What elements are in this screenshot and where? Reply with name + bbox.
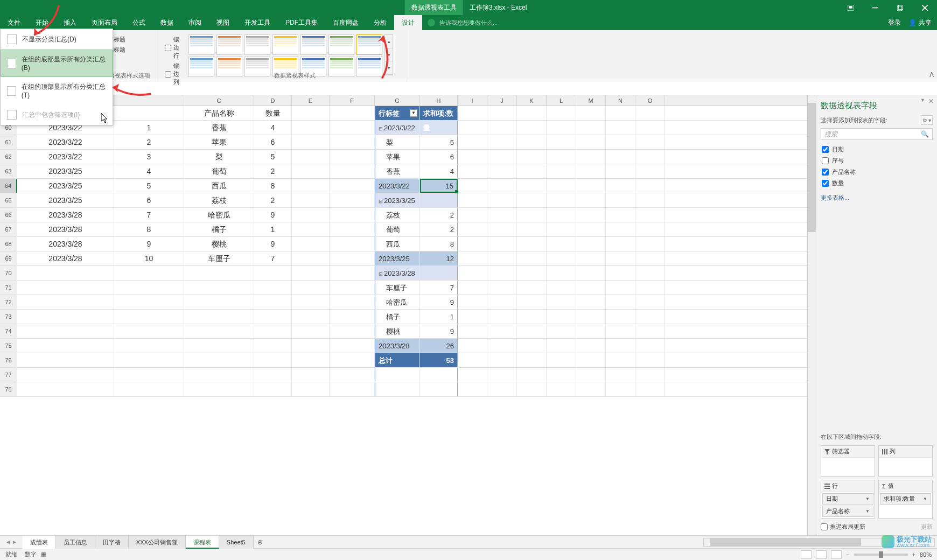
pivot-cell[interactable]: 樱桃 (375, 324, 420, 338)
empty-cell[interactable] (487, 106, 517, 120)
row-header[interactable]: 75 (0, 339, 17, 353)
pivot-cell[interactable]: 西瓜 (375, 237, 420, 251)
empty-cell[interactable] (547, 310, 576, 324)
empty-cell[interactable] (487, 150, 517, 164)
column-header[interactable]: H (420, 95, 458, 106)
sheet-tab-5[interactable]: Sheet5 (219, 536, 254, 549)
empty-cell[interactable] (576, 324, 606, 338)
empty-cell[interactable] (606, 135, 635, 149)
data-cell[interactable]: 产品名称 (184, 106, 254, 120)
empty-cell[interactable] (635, 353, 665, 367)
column-header[interactable]: I (458, 95, 487, 106)
empty-cell[interactable] (292, 222, 330, 236)
empty-cell[interactable] (635, 251, 665, 265)
empty-cell[interactable] (517, 281, 547, 295)
data-cell[interactable]: 梨 (184, 150, 254, 164)
column-header[interactable]: J (487, 95, 517, 106)
empty-cell[interactable] (458, 310, 487, 324)
ribbon-tab-11[interactable]: 分析 (366, 15, 394, 30)
data-cell[interactable] (184, 368, 254, 382)
data-cell[interactable] (17, 339, 114, 353)
data-cell[interactable]: 哈密瓜 (184, 208, 254, 222)
empty-cell[interactable] (517, 150, 547, 164)
pivot-cell[interactable] (420, 266, 458, 280)
empty-cell[interactable] (606, 237, 635, 251)
empty-cell[interactable] (330, 121, 375, 135)
empty-cell[interactable] (330, 135, 375, 149)
data-cell[interactable]: 樱桃 (184, 237, 254, 251)
data-cell[interactable]: 9 (254, 237, 292, 251)
empty-cell[interactable] (292, 121, 330, 135)
empty-cell[interactable] (517, 222, 547, 236)
empty-cell[interactable] (517, 164, 547, 178)
ribbon-tab-10[interactable]: 百度网盘 (325, 15, 366, 30)
empty-cell[interactable] (606, 295, 635, 309)
empty-cell[interactable] (458, 121, 487, 135)
empty-cell[interactable] (330, 281, 375, 295)
data-cell[interactable]: 2023/3/22 (17, 135, 114, 149)
pivot-cell[interactable]: 7 (420, 281, 458, 295)
empty-cell[interactable] (330, 295, 375, 309)
data-cell[interactable] (114, 310, 184, 324)
empty-cell[interactable] (517, 266, 547, 280)
empty-cell[interactable] (487, 266, 517, 280)
field-checkbox-0[interactable]: 日期 (822, 145, 932, 153)
empty-cell[interactable] (576, 382, 606, 396)
empty-cell[interactable] (458, 295, 487, 309)
row-area-item[interactable]: 日期▼ (822, 493, 873, 505)
data-cell[interactable] (114, 266, 184, 280)
empty-cell[interactable] (292, 237, 330, 251)
empty-cell[interactable] (517, 179, 547, 193)
empty-cell[interactable] (576, 295, 606, 309)
pivot-cell[interactable]: 橘子 (375, 310, 420, 324)
close-button[interactable] (912, 0, 937, 15)
empty-cell[interactable] (330, 353, 375, 367)
data-cell[interactable] (254, 368, 292, 382)
data-cell[interactable] (254, 310, 292, 324)
data-cell[interactable] (254, 353, 292, 367)
empty-cell[interactable] (292, 150, 330, 164)
empty-cell[interactable] (635, 121, 665, 135)
empty-cell[interactable] (547, 135, 576, 149)
empty-cell[interactable] (576, 106, 606, 120)
pivot-cell[interactable]: 行标签▼ (375, 106, 420, 120)
empty-cell[interactable] (606, 324, 635, 338)
empty-cell[interactable] (487, 164, 517, 178)
share-icon[interactable]: 👤 (908, 19, 917, 26)
sheet-tab-2[interactable]: 田字格 (95, 536, 129, 549)
tellme-icon[interactable] (428, 19, 435, 26)
empty-cell[interactable] (487, 310, 517, 324)
column-header[interactable]: G (375, 95, 420, 106)
empty-cell[interactable] (606, 150, 635, 164)
empty-cell[interactable] (635, 222, 665, 236)
pane-dropdown-icon[interactable]: ▼ (920, 97, 925, 103)
data-cell[interactable]: 2023/3/25 (17, 164, 114, 178)
pivot-filter-icon[interactable]: ▼ (410, 109, 417, 117)
data-cell[interactable] (17, 353, 114, 367)
empty-cell[interactable] (517, 208, 547, 222)
empty-cell[interactable] (487, 121, 517, 135)
empty-cell[interactable] (292, 164, 330, 178)
empty-cell[interactable] (330, 251, 375, 265)
empty-cell[interactable] (330, 179, 375, 193)
data-cell[interactable]: 2023/3/28 (17, 208, 114, 222)
pivot-cell[interactable]: 2023/3/28 汇总 (375, 339, 420, 353)
empty-cell[interactable] (576, 266, 606, 280)
empty-cell[interactable] (517, 382, 547, 396)
empty-cell[interactable] (330, 310, 375, 324)
data-cell[interactable]: 7 (254, 251, 292, 265)
empty-cell[interactable] (517, 237, 547, 251)
pivot-cell[interactable] (420, 368, 458, 382)
data-cell[interactable]: 2 (114, 135, 184, 149)
empty-cell[interactable] (606, 179, 635, 193)
empty-cell[interactable] (487, 208, 517, 222)
data-cell[interactable] (17, 310, 114, 324)
pivot-cell[interactable]: 1 (420, 310, 458, 324)
data-cell[interactable] (254, 382, 292, 396)
empty-cell[interactable] (576, 121, 606, 135)
pivot-cell[interactable]: ⊟2023/3/22 (375, 121, 420, 135)
ribbon-tab-7[interactable]: 视图 (209, 15, 237, 30)
data-cell[interactable] (254, 339, 292, 353)
pivot-cell[interactable]: 9 (420, 324, 458, 338)
empty-cell[interactable] (547, 281, 576, 295)
